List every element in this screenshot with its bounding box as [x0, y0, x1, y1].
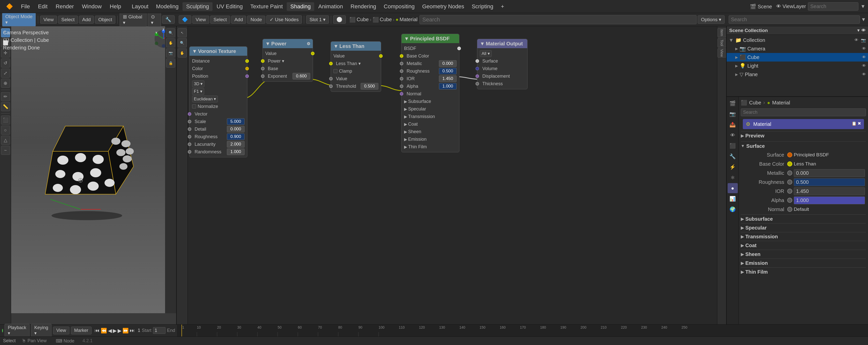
- cube-eye[interactable]: 👁: [862, 55, 866, 60]
- coat-header[interactable]: ▶ Coat: [741, 241, 866, 250]
- subsurface-header[interactable]: ▶ Subsurface: [741, 215, 866, 223]
- timeline-ruler[interactable]: 1 10 20 30 40 50 60 70 80 90 100 110 120…: [177, 324, 868, 337]
- tree-item-plane[interactable]: ▶ ▽ Plane 👁: [727, 70, 868, 79]
- lessthan-in-socket[interactable]: [329, 62, 333, 65]
- workspace-compositing[interactable]: Compositing: [380, 2, 418, 11]
- node-tool-n[interactable]: Item: [717, 28, 726, 37]
- lessthan-node[interactable]: ▼ Less Than Value Less Than ▾ Clamp: [331, 41, 381, 92]
- bsdf-roughness-value[interactable]: [439, 68, 457, 74]
- top-search-input[interactable]: [808, 2, 859, 10]
- basecolor-socket[interactable]: [787, 162, 792, 167]
- tree-item-camera[interactable]: ▶ 📷 Camera 👁: [727, 44, 868, 53]
- preview-header[interactable]: ▶ Preview: [741, 131, 866, 140]
- node-search-input[interactable]: [420, 15, 696, 24]
- voronoi-3d-dropdown[interactable]: 3D ▾: [192, 80, 205, 87]
- lessthan-value-out-socket[interactable]: [379, 54, 383, 58]
- power-node[interactable]: ▼ Power ⚙ Value Power ▾ Base: [262, 39, 313, 82]
- sheen-header[interactable]: ▶ Sheen: [741, 250, 866, 258]
- bsdf-metallic-socket[interactable]: [400, 62, 403, 65]
- alpha-input[interactable]: [794, 197, 865, 204]
- thinfilm-header[interactable]: ▶ Thin Film: [741, 268, 866, 276]
- bsdf-roughness-socket[interactable]: [400, 69, 403, 73]
- add-btn[interactable]: Add: [79, 15, 94, 24]
- tree-item-collection[interactable]: ▼ 📁 Collection 👁 📷: [727, 36, 868, 44]
- power-exponent-value[interactable]: [292, 73, 310, 79]
- roughness-input[interactable]: [794, 178, 865, 186]
- node-add-btn[interactable]: Add: [231, 15, 246, 24]
- viewport-zoom-icon[interactable]: 🔍: [166, 28, 175, 37]
- lessthan-clamp-checkbox[interactable]: [334, 69, 337, 73]
- play-btn[interactable]: ▶: [113, 327, 117, 334]
- node-tool-select[interactable]: ↖: [178, 28, 187, 37]
- bsdf-ior-socket[interactable]: [400, 77, 403, 80]
- matout-all-dropdown[interactable]: All ▾: [480, 50, 492, 57]
- workspace-layout[interactable]: Layout: [128, 2, 152, 11]
- props-search-input[interactable]: [741, 108, 866, 116]
- viewport-hand-icon[interactable]: ✋: [166, 38, 175, 47]
- light-eye[interactable]: 👁: [862, 64, 866, 68]
- bsdf-alpha-socket[interactable]: [400, 84, 403, 88]
- object-btn[interactable]: Object: [95, 15, 115, 24]
- material-icon[interactable]: ⚪: [333, 15, 346, 24]
- bsdf-normal-socket[interactable]: [400, 92, 403, 96]
- props-world-icon[interactable]: 🌍: [728, 204, 738, 214]
- window-menu[interactable]: Window: [79, 2, 105, 11]
- workspace-uvediting[interactable]: UV Editing: [213, 2, 246, 11]
- voronoi-detail-socket[interactable]: [188, 127, 191, 131]
- matout-volume-socket[interactable]: [475, 67, 479, 70]
- prev-keyframe-btn[interactable]: ◀: [108, 327, 112, 334]
- mode-dropdown[interactable]: Object Mode ▾: [2, 12, 36, 27]
- props-scene-icon[interactable]: 🎬: [728, 98, 738, 108]
- props-render-icon[interactable]: 📷: [728, 109, 738, 119]
- view-dropdown[interactable]: View: [53, 326, 69, 335]
- props-view-icon[interactable]: 👁: [728, 130, 738, 140]
- bsdf-alpha-value[interactable]: [439, 83, 457, 90]
- options-btn[interactable]: Options ▾: [698, 15, 725, 24]
- props-physics-icon[interactable]: ⚛: [728, 172, 738, 182]
- voronoi-normalize-checkbox[interactable]: [192, 104, 196, 108]
- transform-global[interactable]: ⊞ Global ▾: [120, 12, 146, 27]
- voronoi-f1-dropdown[interactable]: F1 ▾: [192, 88, 204, 95]
- workspace-add[interactable]: +: [497, 2, 508, 11]
- voronoi-color-socket[interactable]: [245, 67, 249, 70]
- power-base-socket[interactable]: [261, 67, 265, 70]
- node-tool-view[interactable]: View: [717, 48, 726, 58]
- metallic-socket[interactable]: [787, 171, 792, 175]
- normal-socket[interactable]: [787, 207, 792, 212]
- props-modifier-icon[interactable]: 🔧: [728, 151, 738, 162]
- matout-node[interactable]: ▼ Material Output All ▾ Surface Volume: [477, 39, 528, 89]
- voronoi-random-socket[interactable]: [188, 150, 191, 153]
- next-keyframe-btn[interactable]: ▶: [118, 327, 121, 334]
- workspace-rendering[interactable]: Rendering: [347, 2, 380, 11]
- node-tool-zoom[interactable]: 🔍: [178, 38, 187, 47]
- keying-dropdown[interactable]: Keying ▾: [31, 324, 52, 337]
- voronoi-position-socket[interactable]: [245, 74, 249, 78]
- voronoi-node[interactable]: ▼ Voronoi Texture Distance Color Positio…: [189, 46, 247, 158]
- voronoi-lacunarity-value[interactable]: [227, 141, 245, 147]
- viewport-camera-icon[interactable]: 📷: [166, 48, 175, 58]
- lessthan-threshold-value[interactable]: [361, 83, 378, 90]
- alpha-socket[interactable]: [787, 198, 792, 203]
- voronoi-randomness-value[interactable]: [227, 148, 245, 155]
- matout-displacement-socket[interactable]: [475, 74, 479, 78]
- voronoi-scale-value[interactable]: [227, 118, 245, 125]
- lessthan-value-in-socket[interactable]: [329, 77, 333, 80]
- play-beginning-btn[interactable]: ⏮: [95, 327, 100, 334]
- matout-surface-socket[interactable]: [475, 59, 479, 63]
- props-object-icon[interactable]: ⬛: [728, 141, 738, 151]
- next-frame-btn[interactable]: ⏩: [122, 327, 129, 334]
- outliner-restrict-icon[interactable]: 👁: [862, 28, 866, 33]
- bsdf-out-socket[interactable]: [457, 47, 461, 50]
- prev-frame-btn[interactable]: ⏪: [101, 327, 107, 334]
- voronoi-vector-socket-in[interactable]: [188, 112, 191, 116]
- voronoi-rough-socket[interactable]: [188, 135, 191, 138]
- workspace-shading[interactable]: Shading: [287, 2, 314, 11]
- node-view-btn[interactable]: View: [192, 15, 209, 24]
- lessthan-threshold-socket[interactable]: [329, 84, 333, 88]
- power-value-out-socket[interactable]: [311, 52, 314, 55]
- voronoi-lac-socket[interactable]: [188, 142, 191, 146]
- surface-socket[interactable]: [787, 152, 792, 158]
- props-material-icon[interactable]: ●: [728, 183, 738, 193]
- outliner-search-input[interactable]: [729, 15, 860, 24]
- material-copy-btn[interactable]: 📋: [851, 121, 857, 126]
